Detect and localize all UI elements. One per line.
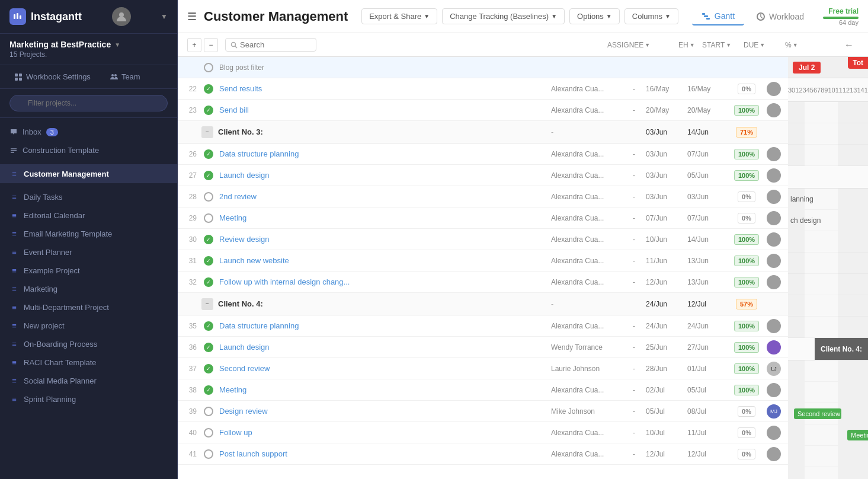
tab-workload[interactable]: Workload — [747, 8, 813, 25]
search-input[interactable] — [240, 40, 311, 49]
table-row: 30 Review design Alexandra Cua... - 10/J… — [178, 229, 788, 250]
workbook-settings-btn[interactable]: Workbook Settings — [9, 70, 95, 84]
check-icon — [204, 428, 213, 438]
add-row-btn[interactable]: + — [187, 38, 201, 52]
sidebar-item-sprint[interactable]: ≡ Sprint Planning — [0, 390, 177, 408]
sidebar-item-multi-dept[interactable]: ≡ Multi-Department Project — [0, 298, 177, 317]
avatar — [767, 190, 781, 204]
avatar — [767, 275, 781, 289]
avatar — [767, 147, 781, 161]
svg-rect-15 — [706, 18, 710, 20]
avatar — [767, 383, 781, 397]
check-icon — [204, 277, 213, 287]
avatar: MJ — [767, 404, 781, 419]
check-icon — [204, 343, 213, 352]
table-row: Blog post filter — [178, 57, 788, 78]
col-header-back[interactable]: ← — [840, 40, 859, 50]
gantt-row-40: Follow up — [788, 467, 868, 479]
workspace-name: Marketing at BestPractice ▼ — [9, 40, 168, 49]
columns-btn[interactable]: Columns ▼ — [624, 8, 678, 24]
sidebar-item-social[interactable]: ≡ Social Media Planner — [0, 372, 177, 390]
workspace-dropdown-icon[interactable]: ▼ — [161, 12, 168, 21]
workspace-dropdown[interactable]: ▼ — [114, 41, 120, 48]
check-icon — [204, 192, 213, 202]
avatar — [767, 82, 781, 96]
team-btn[interactable]: Team — [105, 70, 145, 84]
gantt-row-36 — [788, 382, 868, 403]
sidebar-item-new-project[interactable]: ≡ New project — [0, 317, 177, 335]
client4-label: Client No. 4: — [815, 338, 868, 360]
sidebar-item-marketing[interactable]: ≡ Marketing — [0, 280, 177, 298]
svg-rect-13 — [702, 13, 705, 15]
gantt-row-37: Second review — [788, 403, 868, 424]
sidebar-item-daily-tasks[interactable]: ≡ Daily Tasks — [0, 188, 177, 206]
table-row: 28 2nd review Alexandra Cua... - 03/Jun … — [178, 186, 788, 207]
sidebar-item-onboarding[interactable]: ≡ On-Boarding Process — [0, 335, 177, 353]
export-share-btn[interactable]: Export & Share ▼ — [361, 8, 437, 24]
remove-row-btn[interactable]: − — [204, 38, 218, 52]
topbar: ☰ Customer Management Export & Share ▼ C… — [178, 0, 868, 33]
section-row-client4: − Client No. 4: - 24/Jun 12/Jul 57% — [178, 293, 788, 315]
svg-rect-1 — [17, 13, 18, 19]
table-row: 39 Design review Mike Johnson - 05/Jul 0… — [178, 401, 788, 422]
main-area: ☰ Customer Management Export & Share ▼ C… — [178, 0, 868, 479]
gantt-row-35 — [788, 360, 868, 382]
sidebar-item-editorial[interactable]: ≡ Editorial Calendar — [0, 206, 177, 225]
sidebar-item-inbox[interactable]: Inbox 3 — [0, 123, 177, 141]
view-tabs: Gantt Workload — [692, 8, 813, 25]
sidebar-item-example[interactable]: ≡ Example Project — [0, 261, 177, 280]
check-icon — [204, 407, 213, 416]
tab-gantt[interactable]: Gantt — [692, 8, 744, 25]
col-header-eh[interactable]: EH ▼ — [678, 41, 702, 49]
check-icon — [204, 235, 213, 244]
svg-rect-5 — [19, 74, 22, 76]
avatar — [767, 426, 781, 440]
section-toggle-client4[interactable]: − — [201, 298, 213, 310]
projects-count: 15 Projects. — [9, 50, 168, 59]
avatar: LJ — [767, 362, 781, 376]
check-icon — [204, 449, 213, 459]
avatar — [767, 168, 781, 183]
avatar[interactable] — [112, 7, 131, 26]
options-btn[interactable]: Options ▼ — [569, 8, 620, 24]
col-header-assignee[interactable]: ASSIGNEE ▼ — [607, 41, 678, 49]
project-icon: ≡ — [9, 170, 19, 178]
svg-rect-4 — [15, 74, 18, 76]
tracking-dropdown-icon: ▼ — [551, 13, 557, 20]
change-tracking-btn[interactable]: Change Tracking (Baselines) ▼ — [442, 8, 565, 24]
check-icon — [204, 321, 213, 331]
sidebar-item-event[interactable]: ≡ Event Planner — [0, 243, 177, 261]
gantt-row-39: Design review — [788, 446, 868, 467]
section-toggle-client3[interactable]: − — [201, 126, 213, 138]
export-dropdown-icon: ▼ — [424, 13, 430, 20]
col-header-start[interactable]: START ▼ — [702, 41, 744, 49]
hamburger-btn[interactable]: ☰ — [187, 10, 197, 23]
sidebar-nav: Inbox 3 Construction Template — [0, 118, 177, 165]
sidebar-item-raci[interactable]: ≡ RACI Chart Template — [0, 353, 177, 372]
sidebar-item-customer-management[interactable]: ≡ Customer Management — [0, 165, 177, 183]
topbar-right: Gantt Workload Free trial 64 day — [692, 7, 859, 26]
svg-rect-14 — [704, 15, 708, 17]
sidebar-header: Instagantt ▼ — [0, 0, 177, 34]
sidebar-item-construction[interactable]: Construction Template — [0, 141, 177, 159]
due-sort-icon: ▼ — [760, 42, 765, 48]
start-sort-icon: ▼ — [726, 42, 731, 48]
table-row: 26 Data structure planning Alexandra Cua… — [178, 143, 788, 165]
col-header-due[interactable]: DUE ▼ — [744, 41, 785, 49]
svg-rect-7 — [19, 78, 22, 81]
col-header-percent[interactable]: % ▼ — [785, 41, 821, 49]
svg-rect-6 — [15, 78, 18, 81]
check-icon — [204, 256, 213, 266]
check-icon — [204, 84, 213, 94]
check-icon — [204, 171, 213, 180]
table-row: 23 Send bill Alexandra Cua... - 20/May 2… — [178, 100, 788, 121]
assignee-sort-icon: ▼ — [645, 42, 650, 48]
sidebar-item-email-marketing[interactable]: ≡ Email Marketing Template — [0, 225, 177, 243]
check-icon — [204, 63, 213, 72]
filter-input[interactable] — [9, 95, 168, 111]
check-icon — [204, 385, 213, 395]
svg-point-8 — [111, 74, 114, 76]
table-row: 38 Meeting Alexandra Cua... - 02/Jul 05/… — [178, 379, 788, 401]
svg-line-18 — [235, 46, 238, 48]
gantt-row: lanning — [788, 189, 868, 210]
